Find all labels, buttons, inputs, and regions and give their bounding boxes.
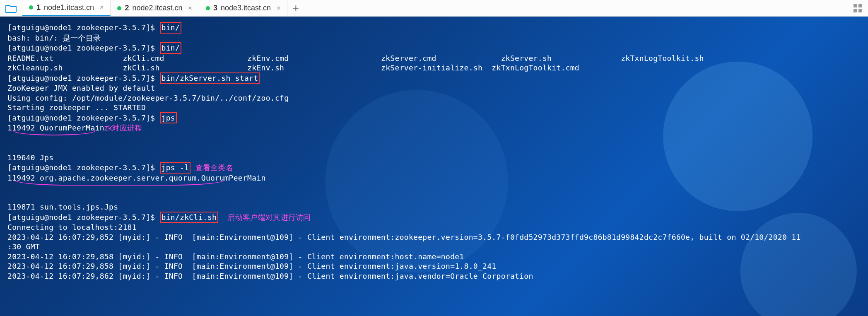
- terminal-line: [atguigu@node1 zookeeper-3.5.7]$ bin/zkS…: [7, 73, 868, 84]
- tab-node1[interactable]: 1 node1.itcast.cn ×: [22, 0, 111, 16]
- terminal-line: bash: bin/: 是一个目录: [7, 33, 868, 43]
- terminal-line: [atguigu@node1 zookeeper-3.5.7]$ bin/zkC…: [7, 212, 868, 223]
- prompt: [atguigu@node1 zookeeper-3.5.7]$: [7, 74, 160, 82]
- tab-node3[interactable]: 3 node3.itcast.cn ×: [199, 0, 287, 16]
- terminal-line: 2023-04-12 16:07:29,862 [myid:] - INFO […: [7, 271, 868, 281]
- tab-label: node1.itcast.cn: [44, 3, 94, 12]
- tab-label: node3.itcast.cn: [221, 4, 271, 12]
- grid-view-button[interactable]: [847, 0, 868, 16]
- annotation: zk对应进程: [104, 124, 142, 132]
- terminal-line: [atguigu@node1 zookeeper-3.5.7]$ bin/: [7, 22, 868, 33]
- cmd-highlight: bin/: [160, 22, 182, 34]
- plus-icon: +: [293, 2, 299, 14]
- close-icon[interactable]: ×: [97, 4, 104, 11]
- terminal-line: 119492 QuorumPeerMainzk对应进程: [7, 123, 868, 153]
- annotation: 查看全类名: [195, 164, 234, 172]
- terminal-line: ZooKeeper JMX enabled by default: [7, 83, 868, 93]
- terminal-line: Connecting to localhost:2181: [7, 222, 868, 232]
- terminal-line: :30 GMT: [7, 242, 868, 252]
- file-listing: README.txt zkCli.cmd zkEnv.cmd zkServer.…: [7, 53, 868, 63]
- terminal-line: 119492 org.apache.zookeeper.server.quoru…: [7, 173, 868, 203]
- tabbar-spacer: [304, 0, 847, 16]
- svg-rect-3: [858, 9, 862, 12]
- cmd-highlight: bin/: [160, 42, 182, 54]
- cmd-highlight: jps: [160, 112, 177, 124]
- terminal-line: Using config: /opt/module/zookeeper-3.5.…: [7, 93, 868, 103]
- tab-label: node2.itcast.cn: [132, 4, 182, 12]
- prompt: [atguigu@node1 zookeeper-3.5.7]$: [7, 43, 160, 52]
- prompt: [atguigu@node1 zookeeper-3.5.7]$: [7, 213, 160, 222]
- annotation: 启动客户端对其进行访问: [227, 213, 311, 222]
- terminal-line: [atguigu@node1 zookeeper-3.5.7]$ jps -l …: [7, 162, 868, 173]
- tab-index: 2: [125, 4, 129, 12]
- status-dot-icon: [206, 6, 210, 10]
- svg-rect-0: [854, 4, 857, 7]
- tab-index: 3: [213, 4, 217, 12]
- terminal-line: Starting zookeeper ... STARTED: [7, 103, 868, 113]
- prompt: [atguigu@node1 zookeeper-3.5.7]$: [7, 113, 160, 122]
- file-listing: zkCleanup.sh zkCli.sh zkEnv.sh zkServer-…: [7, 63, 868, 73]
- terminal-line: 2023-04-12 16:07:29,858 [myid:] - INFO […: [7, 252, 868, 262]
- jps-output: 119492 QuorumPeerMain: [7, 123, 104, 132]
- terminal-line: 119871 sun.tools.jps.Jps: [7, 202, 868, 212]
- prompt: [atguigu@node1 zookeeper-3.5.7]$: [7, 23, 160, 32]
- status-dot-icon: [117, 6, 121, 10]
- close-icon[interactable]: ×: [186, 5, 192, 12]
- svg-rect-2: [854, 9, 857, 12]
- close-icon[interactable]: ×: [274, 5, 280, 12]
- terminal-line: 2023-04-12 16:07:29,858 [myid:] - INFO […: [7, 261, 868, 271]
- terminal-line: 2023-04-12 16:07:29,852 [myid:] - INFO […: [7, 232, 868, 242]
- terminal-line: [atguigu@node1 zookeeper-3.5.7]$ bin/: [7, 43, 868, 53]
- svg-rect-1: [858, 4, 862, 7]
- tab-node2[interactable]: 2 node2.itcast.cn ×: [111, 0, 199, 16]
- prompt: [atguigu@node1 zookeeper-3.5.7]$: [7, 163, 160, 172]
- new-tab-button[interactable]: +: [287, 0, 304, 16]
- tab-bar: 1 node1.itcast.cn × 2 node2.itcast.cn × …: [0, 0, 868, 17]
- cmd-highlight: bin/zkCli.sh: [160, 212, 219, 223]
- status-dot-icon: [29, 5, 33, 10]
- jps-output: 119492 org.apache.zookeeper.server.quoru…: [7, 174, 266, 182]
- terminal-line: [atguigu@node1 zookeeper-3.5.7]$ jps: [7, 113, 868, 123]
- terminal-line: 119640 Jps: [7, 153, 868, 163]
- cmd-highlight: jps -l: [160, 162, 191, 174]
- cmd-highlight: bin/zkServer.sh start: [160, 72, 260, 84]
- tab-index: 1: [36, 3, 41, 12]
- terminal-pane[interactable]: [atguigu@node1 zookeeper-3.5.7]$ bin/ ba…: [0, 17, 868, 316]
- folder-icon[interactable]: [0, 0, 22, 16]
